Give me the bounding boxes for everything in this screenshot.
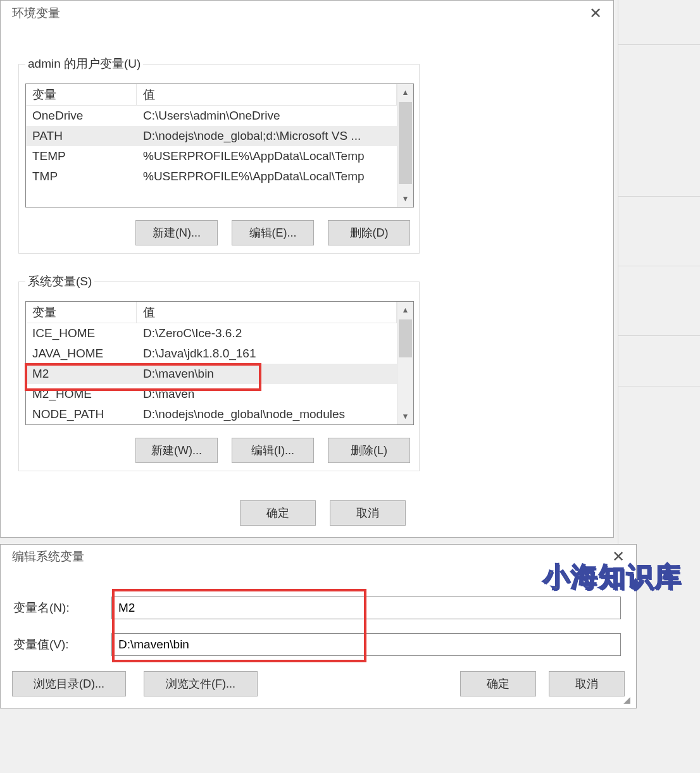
env-window-title: 环境变量	[12, 5, 60, 22]
close-icon[interactable]: ✕	[606, 548, 631, 566]
var-name-cell: M2	[26, 367, 137, 381]
bg-divider	[618, 335, 700, 336]
user-var-row[interactable]: PATHD:\nodejs\node_global;d:\Microsoft V…	[26, 126, 397, 146]
var-name-cell: M2_HOME	[26, 387, 137, 401]
col-header-value[interactable]: 值	[137, 302, 397, 323]
user-vars-list[interactable]: 变量 值 OneDriveC:\Users\admin\OneDrivePATH…	[25, 83, 414, 207]
var-value-cell: C:\Users\admin\OneDrive	[137, 109, 397, 123]
browse-dir-button[interactable]: 浏览目录(D)...	[12, 671, 126, 696]
scroll-thumb[interactable]	[399, 319, 412, 357]
var-name-cell: PATH	[26, 129, 137, 143]
var-name-cell: TMP	[26, 170, 137, 183]
var-name-cell: NODE_PATH	[26, 407, 137, 421]
scroll-up-icon[interactable]: ▲	[397, 302, 413, 318]
bg-divider	[618, 266, 700, 266]
close-icon[interactable]: ✕	[583, 4, 608, 22]
var-value-input[interactable]	[111, 633, 621, 656]
env-ok-button[interactable]: 确定	[240, 500, 316, 526]
sys-var-row[interactable]: ICE_HOMED:\ZeroC\Ice-3.6.2	[26, 323, 397, 343]
var-value-cell: D:\maven\bin	[137, 367, 397, 381]
edit-ok-button[interactable]: 确定	[460, 671, 536, 696]
user-edit-button[interactable]: 编辑(E)...	[232, 220, 314, 245]
var-name-label: 变量名(N):	[1, 600, 111, 616]
var-name-cell: TEMP	[26, 149, 137, 163]
sys-vars-legend: 系统变量(S)	[25, 273, 94, 290]
scroll-thumb[interactable]	[399, 102, 412, 184]
user-vars-group: admin 的用户变量(U) 变量 值 OneDriveC:\Users\adm…	[18, 64, 420, 254]
var-value-cell: D:\nodejs\node_global\node_modules	[137, 407, 397, 421]
edit-dialog-title: 编辑系统变量	[12, 548, 84, 565]
sys-list-scrollbar[interactable]: ▲ ▼	[397, 302, 413, 424]
col-header-value[interactable]: 值	[137, 84, 397, 105]
sys-var-row[interactable]: NODE_PATHD:\nodejs\node_global\node_modu…	[26, 404, 397, 424]
user-vars-legend: admin 的用户变量(U)	[25, 56, 143, 72]
sys-var-row[interactable]: M2_HOMED:\maven	[26, 384, 397, 404]
bg-divider	[618, 196, 700, 197]
sys-delete-button[interactable]: 删除(L)	[328, 438, 410, 463]
sys-var-row[interactable]: M2D:\maven\bin	[26, 364, 397, 384]
var-value-label: 变量值(V):	[1, 636, 111, 653]
edit-dialog-titlebar: 编辑系统变量 ✕	[1, 545, 636, 569]
col-header-name[interactable]: 变量	[26, 84, 137, 105]
scroll-down-icon[interactable]: ▼	[397, 408, 413, 424]
var-name-input[interactable]	[111, 597, 621, 619]
var-name-cell: JAVA_HOME	[26, 347, 137, 361]
sys-var-row[interactable]: JAVA_HOMED:\Java\jdk1.8.0_161	[26, 343, 397, 364]
user-var-row[interactable]: TEMP%USERPROFILE%\AppData\Local\Temp	[26, 146, 397, 166]
scroll-down-icon[interactable]: ▼	[397, 190, 413, 207]
edit-cancel-button[interactable]: 取消	[549, 671, 625, 696]
user-var-row[interactable]: OneDriveC:\Users\admin\OneDrive	[26, 106, 397, 126]
var-value-cell: D:\ZeroC\Ice-3.6.2	[137, 326, 397, 340]
bg-divider	[618, 386, 700, 386]
bg-divider	[618, 44, 700, 45]
var-value-cell: D:\Java\jdk1.8.0_161	[137, 347, 397, 361]
var-value-cell: D:\nodejs\node_global;d:\Microsoft VS ..…	[137, 129, 397, 143]
user-var-row[interactable]: TMP%USERPROFILE%\AppData\Local\Temp	[26, 166, 397, 187]
user-delete-button[interactable]: 删除(D)	[328, 220, 410, 245]
env-window-titlebar: 环境变量 ✕	[1, 1, 613, 26]
var-name-cell: ICE_HOME	[26, 326, 137, 340]
edit-sysvar-dialog: 编辑系统变量 ✕ 变量名(N): 变量值(V): 浏览目录(D)... 浏览文件…	[0, 544, 637, 708]
var-value-cell: %USERPROFILE%\AppData\Local\Temp	[137, 170, 397, 183]
browse-file-button[interactable]: 浏览文件(F)...	[144, 671, 258, 696]
user-list-scrollbar[interactable]: ▲ ▼	[397, 84, 413, 207]
sys-edit-button[interactable]: 编辑(I)...	[232, 438, 314, 463]
env-cancel-button[interactable]: 取消	[330, 500, 406, 526]
sys-vars-list[interactable]: 变量 值 ICE_HOMED:\ZeroC\Ice-3.6.2JAVA_HOME…	[25, 301, 414, 425]
var-name-cell: OneDrive	[26, 109, 137, 123]
background-panel	[618, 0, 700, 544]
col-header-name[interactable]: 变量	[26, 302, 137, 323]
user-new-button[interactable]: 新建(N)...	[135, 220, 218, 245]
sys-list-header[interactable]: 变量 值	[26, 302, 397, 323]
sys-new-button[interactable]: 新建(W)...	[135, 438, 218, 463]
var-value-cell: %USERPROFILE%\AppData\Local\Temp	[137, 149, 397, 163]
var-value-cell: D:\maven	[137, 387, 397, 401]
resize-grip-icon[interactable]: ◢	[623, 695, 634, 705]
scroll-up-icon[interactable]: ▲	[397, 84, 413, 101]
sys-vars-group: 系统变量(S) 变量 值 ICE_HOMED:\ZeroC\Ice-3.6.2J…	[18, 281, 420, 471]
env-vars-window: 环境变量 ✕ admin 的用户变量(U) 变量 值 OneDriveC:\Us…	[0, 0, 614, 538]
user-list-header[interactable]: 变量 值	[26, 84, 397, 106]
